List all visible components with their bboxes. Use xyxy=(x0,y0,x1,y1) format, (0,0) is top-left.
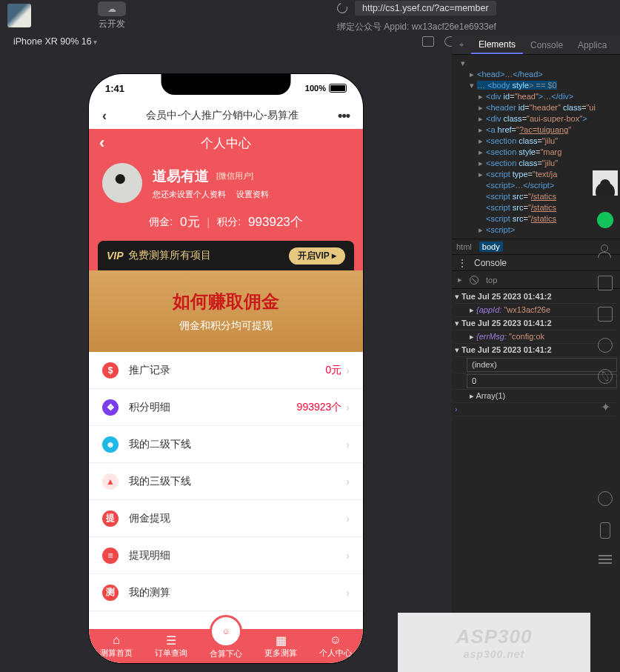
menu-label: 积分明细 xyxy=(129,401,297,414)
phone-notch xyxy=(161,74,291,95)
rail-people-icon[interactable] xyxy=(598,244,613,259)
tab-3[interactable]: ▦更多测算 xyxy=(264,633,297,659)
earn-sub: 佣金和积分均可提现 xyxy=(179,319,273,333)
cloud-label: 云开发 xyxy=(98,18,126,30)
tab-0[interactable]: ⌂测算首页 xyxy=(100,633,133,659)
tab-console[interactable]: Console xyxy=(523,36,570,54)
refresh-icon[interactable] xyxy=(335,1,349,15)
menu-label: 我的三级下线 xyxy=(129,475,346,488)
menu-label: 我的二级下线 xyxy=(129,438,346,451)
menu-icon: ❖ xyxy=(102,399,119,416)
status-battery: 100% xyxy=(305,84,347,93)
user-tag: [微信用户] xyxy=(216,170,253,182)
hero-section: ‹ 个人中心 道易有道 [微信用户] 您还未设置个人资料 设置资料 佣金: xyxy=(89,129,363,270)
window-icon[interactable] xyxy=(422,36,434,47)
tab-center-icon: ☺ xyxy=(210,615,242,648)
rail-box-icon[interactable] xyxy=(598,276,613,290)
vip-text: 免费测算所有项目 xyxy=(128,249,211,262)
menu-item-2[interactable]: ☻我的二级下线› xyxy=(89,426,363,463)
menu-value: 0元 xyxy=(326,364,342,377)
ide-top-bar: ☁ 云开发 xyxy=(0,0,620,31)
right-rail: ✦ xyxy=(590,170,620,564)
dom-line[interactable]: ▾ xyxy=(455,58,617,69)
bottom-tabs: ⌂测算首页☰订单查询☺合算下心▦更多测算☺个人中心 xyxy=(89,629,363,663)
rail-folder-icon[interactable] xyxy=(598,307,613,322)
vip-bar[interactable]: VIP 免费测算所有项目 开启VIP ▸ xyxy=(98,241,354,270)
user-name: 道易有道 xyxy=(153,167,209,186)
dom-line[interactable]: ▸<header id="header" class="ui xyxy=(455,102,617,113)
tab-application[interactable]: Applica xyxy=(570,36,614,54)
tab-icon: ☰ xyxy=(164,633,179,647)
menu-item-5[interactable]: ≡提现明细› xyxy=(89,537,363,574)
devtools-tabs: ⌖ Elements Console Applica xyxy=(452,36,620,55)
context-selector[interactable]: top xyxy=(486,276,497,285)
rail-atom-icon[interactable] xyxy=(598,369,613,384)
menu-icon: 测 xyxy=(102,585,119,601)
dom-line[interactable]: ▸<section class="jilu" xyxy=(455,158,617,169)
dom-line[interactable]: ▸<a href="?ac=tuiguang" xyxy=(455,124,617,136)
clear-console-icon[interactable] xyxy=(470,276,479,285)
project-thumb[interactable] xyxy=(7,4,31,27)
menu-icon: ≡ xyxy=(102,548,119,564)
tab-center[interactable]: ☺合算下心 xyxy=(210,633,242,659)
crumb-html[interactable]: html xyxy=(456,242,472,251)
menu-label: 佣金提现 xyxy=(129,512,346,525)
menu-icon: $ xyxy=(102,362,119,379)
simulator-stage: 1:41 100% ‹ 会员中-个人推广分销中心-易算准 ••• ‹ 个人中心 … xyxy=(0,52,452,672)
tab-4[interactable]: ☺个人中心 xyxy=(319,633,352,659)
hero-back-icon[interactable]: ‹ xyxy=(99,133,104,153)
crumb-body[interactable]: body xyxy=(479,242,503,252)
menu-item-6[interactable]: 测我的测算› xyxy=(89,574,363,611)
tab-icon: ▦ xyxy=(273,633,288,647)
earn-panel[interactable]: 如何赚取佣金 佣金和积分均可提现 xyxy=(89,270,363,352)
vip-badge: VIP xyxy=(107,250,124,262)
cloud-dev-button[interactable]: ☁ 云开发 xyxy=(98,1,126,30)
url-bar[interactable]: http://cs1.ysef.cn/?ac=member xyxy=(355,1,496,16)
cloud-icon: ☁ xyxy=(98,1,126,16)
chevron-right-icon: › xyxy=(346,587,350,599)
menu-item-4[interactable]: 提佣金提现› xyxy=(89,500,363,537)
chevron-right-icon: › xyxy=(346,513,350,525)
dom-line[interactable]: ▸<div class="aui-super-box"> xyxy=(455,113,617,124)
chat-bubble-icon[interactable] xyxy=(597,212,613,228)
menu-label: 提现明细 xyxy=(129,549,346,562)
chevron-right-icon: › xyxy=(346,476,350,488)
console-drawer-label: Console xyxy=(474,258,507,268)
rail-menu-icon[interactable] xyxy=(599,555,612,564)
tab-icon: ⌂ xyxy=(109,633,124,647)
inspect-icon[interactable]: ⌖ xyxy=(452,40,471,50)
console-sidebar-icon[interactable]: ▸ xyxy=(458,275,462,285)
menu-icon: 提 xyxy=(102,510,119,527)
dom-line[interactable]: ▸<head>…</head> xyxy=(455,69,617,80)
rail-spark-icon[interactable]: ✦ xyxy=(601,400,610,414)
dom-line[interactable]: ▾… <body style> == $0 xyxy=(455,80,617,91)
menu-item-0[interactable]: $推广记录0元› xyxy=(89,352,363,389)
url-area: http://cs1.ysef.cn/?ac=member xyxy=(337,0,496,16)
tab-icon: ☺ xyxy=(328,633,343,647)
menu-item-1[interactable]: ❖积分明细993923个› xyxy=(89,389,363,426)
menu-icon: ☻ xyxy=(102,436,119,453)
device-selector[interactable]: iPhone XR 90% 16 xyxy=(13,36,97,47)
tab-elements[interactable]: Elements xyxy=(471,36,523,54)
nav-back-icon[interactable]: ‹ xyxy=(102,108,107,124)
menu-item-3[interactable]: ▲我的三级下线› xyxy=(89,463,363,500)
rail-compass-icon[interactable] xyxy=(598,338,613,353)
commission-value: 0元 xyxy=(180,213,199,230)
nav-more-icon[interactable]: ••• xyxy=(338,108,350,124)
dom-line[interactable]: ▸<div id="head">…</div> xyxy=(455,91,617,102)
tab-1[interactable]: ☰订单查询 xyxy=(155,633,187,659)
menu-label: 我的测算 xyxy=(129,586,346,599)
avatar[interactable] xyxy=(102,163,142,203)
appid-label: 绑定公众号 Appid: wx13acf26e1e6933ef xyxy=(337,21,496,33)
rail-phone-icon[interactable] xyxy=(600,522,610,539)
dom-line[interactable]: ▸<section style="marg xyxy=(455,147,617,158)
console-drawer-toggle[interactable]: ⋮ xyxy=(458,258,467,268)
hero-title: 个人中心 xyxy=(89,135,363,152)
rail-avatar[interactable] xyxy=(593,170,618,196)
edit-profile-link[interactable]: 设置资料 xyxy=(236,189,269,200)
rail-music-icon[interactable] xyxy=(598,491,613,506)
menu-value: 993923个 xyxy=(297,401,342,414)
dom-line[interactable]: ▸<section class="jilu" xyxy=(455,136,617,147)
chevron-right-icon: › xyxy=(346,439,350,450)
vip-open-button[interactable]: 开启VIP ▸ xyxy=(289,247,345,265)
